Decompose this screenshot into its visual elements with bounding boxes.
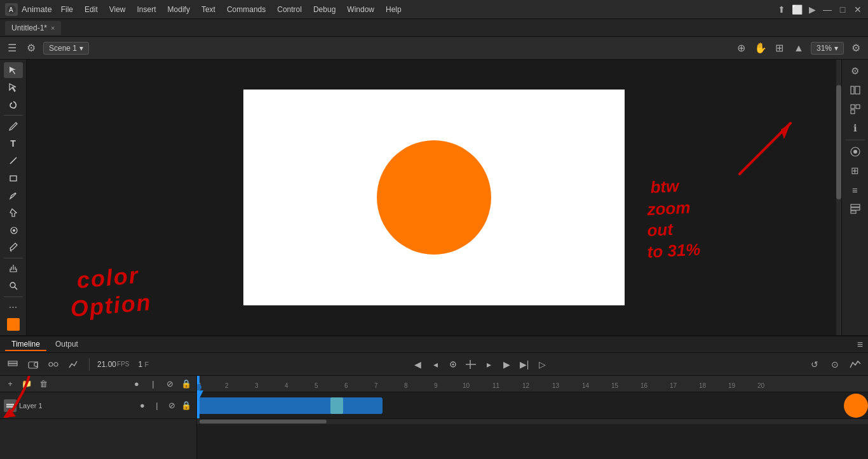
step-back-button[interactable]: ◂ <box>428 357 443 372</box>
tab-timeline[interactable]: Timeline <box>5 338 46 351</box>
add-folder-button[interactable]: 📁 <box>20 378 33 390</box>
menu-edit[interactable]: Edit <box>79 4 103 15</box>
minimize-button[interactable]: — <box>822 4 832 15</box>
zoom-tool[interactable] <box>4 278 23 294</box>
camera-icon[interactable] <box>25 357 41 372</box>
color-wheel-icon[interactable] <box>846 143 865 161</box>
playhead[interactable] <box>197 392 200 418</box>
timeline-scrollbar-thumb[interactable] <box>200 420 327 423</box>
color-option-annotation: color Option <box>65 256 268 335</box>
scene-selector[interactable]: Scene 1 ▾ <box>43 42 89 55</box>
library-icon[interactable] <box>846 81 865 99</box>
svg-text:color: color <box>76 262 140 293</box>
goto-start-button[interactable]: ◀ <box>410 357 425 372</box>
ruler-tick-2: 2 <box>225 382 229 389</box>
timeline-options-icon[interactable]: ≡ <box>857 339 863 350</box>
align-panel-icon[interactable]: ≡ <box>846 181 865 199</box>
fps-display: 21.00 FPS <box>97 360 129 369</box>
transform-icon[interactable]: ⊞ <box>846 162 865 180</box>
layer-dot-button[interactable]: ● <box>136 399 149 412</box>
next-keyframe-button[interactable]: ▷ <box>534 357 550 372</box>
lock-header-button[interactable]: 🔒 <box>180 378 193 390</box>
undo-icon[interactable]: ↺ <box>807 357 822 372</box>
history-icon[interactable] <box>846 200 865 218</box>
hamburger-icon[interactable]: ☰ <box>5 41 19 55</box>
loop-icon[interactable] <box>445 357 461 372</box>
timeline-settings-icon[interactable] <box>848 357 863 372</box>
ruler-tick-10: 10 <box>463 382 470 389</box>
zoom-control[interactable]: 31% ▾ <box>811 42 844 55</box>
line-tool[interactable] <box>4 153 23 169</box>
hand-pan-tool[interactable] <box>4 261 23 277</box>
text-tool[interactable]: T <box>4 136 23 152</box>
fit-icon[interactable]: ⊞ <box>773 41 787 55</box>
window-play-button[interactable]: ▶ <box>807 4 817 15</box>
layer-lock-button[interactable]: 🔒 <box>180 399 193 412</box>
pen-tool[interactable] <box>4 118 23 134</box>
lasso-tool[interactable] <box>4 96 23 112</box>
sync-icon[interactable] <box>463 357 478 372</box>
canvas-scrollbar[interactable] <box>836 60 841 335</box>
graph-editor-icon[interactable] <box>66 357 81 372</box>
hand-icon[interactable]: ✋ <box>754 41 768 55</box>
tool-separator-3 <box>4 296 23 297</box>
menu-help[interactable]: Help <box>381 4 407 15</box>
color-fill-swatch[interactable] <box>4 317 23 333</box>
menu-view[interactable]: View <box>104 4 131 15</box>
layer-track-bar[interactable] <box>198 397 383 414</box>
menu-control[interactable]: Control <box>272 4 307 15</box>
align-icon[interactable]: ⊕ <box>735 41 749 55</box>
goto-end-button[interactable]: ▶| <box>517 357 532 372</box>
info-icon[interactable]: ℹ <box>846 119 865 137</box>
maximize-button[interactable]: □ <box>837 4 848 15</box>
menu-text[interactable]: Text <box>196 4 220 15</box>
delete-layer-button[interactable]: 🗑 <box>37 378 50 390</box>
close-button[interactable]: ✕ <box>853 4 863 15</box>
ink-bottle-tool[interactable] <box>4 222 23 237</box>
eyedropper-tool[interactable] <box>4 239 23 255</box>
add-layer-button[interactable]: + <box>4 378 17 390</box>
keyframe-highlight[interactable] <box>330 397 343 414</box>
step-forward-button[interactable]: ▸ <box>481 357 496 372</box>
scrollbar-thumb[interactable] <box>836 85 841 199</box>
zoom-step-up-icon[interactable]: ▲ <box>792 41 806 55</box>
menu-modify[interactable]: Modify <box>163 4 195 15</box>
rectangle-tool[interactable] <box>4 170 23 186</box>
ctrl-separator <box>89 358 90 371</box>
paint-bucket-tool[interactable] <box>4 204 23 220</box>
add-layer-icon[interactable] <box>5 357 20 372</box>
ruler-tick-19: 19 <box>728 382 735 389</box>
select-tool[interactable] <box>4 62 23 78</box>
layer-frame-button[interactable]: | <box>151 399 163 412</box>
panel-settings-icon[interactable]: ⚙ <box>849 41 863 55</box>
scene-chevron-icon: ▾ <box>79 44 83 53</box>
more-tools-button[interactable]: ··· <box>4 300 23 316</box>
onion-skin-button[interactable]: ⊘ <box>163 378 176 390</box>
assets-icon[interactable] <box>846 100 865 118</box>
menu-file[interactable]: File <box>56 4 78 15</box>
menu-insert[interactable]: Insert <box>132 4 161 15</box>
layer-onion-button[interactable]: ⊘ <box>165 399 178 412</box>
tab-bar: Untitled-1* × <box>0 19 868 37</box>
dot-marker[interactable]: ● <box>130 378 143 390</box>
fps-label: FPS <box>117 361 129 368</box>
pencil-tool[interactable] <box>4 187 23 203</box>
properties-icon[interactable]: ⚙ <box>24 41 38 55</box>
frame-marker[interactable]: | <box>147 378 159 390</box>
play-button[interactable]: ▶ <box>499 357 514 372</box>
tab-output[interactable]: Output <box>49 338 85 351</box>
timeline-scrollbar[interactable] <box>197 419 868 424</box>
menu-commands[interactable]: Commands <box>222 4 271 15</box>
panel-settings-icon[interactable]: ⚙ <box>846 62 865 80</box>
subselect-tool[interactable] <box>4 79 23 95</box>
distribute-icon[interactable] <box>46 357 61 372</box>
menu-window[interactable]: Window <box>342 4 379 15</box>
playhead-head <box>197 384 201 390</box>
menu-debug[interactable]: Debug <box>308 4 341 15</box>
tab-close-button[interactable]: × <box>51 24 55 32</box>
dot-center-icon[interactable]: ⊙ <box>827 357 843 372</box>
circle-keyframe[interactable] <box>844 394 868 418</box>
window-share-button[interactable]: ⬆ <box>776 4 787 15</box>
window-layout-button[interactable]: ⬜ <box>792 4 802 15</box>
document-tab[interactable]: Untitled-1* × <box>5 21 61 35</box>
